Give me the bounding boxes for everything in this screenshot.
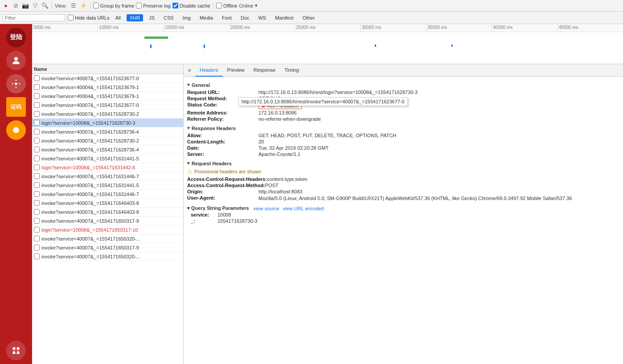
filter-media-btn[interactable]: Media — [197, 14, 216, 21]
offline-checkbox[interactable]: Offline — [216, 3, 238, 8]
request-row[interactable]: invoke?service=40007&_=1554171631441-5 — [32, 181, 183, 190]
request-row-checkbox[interactable] — [34, 254, 40, 259]
request-row-checkbox[interactable] — [34, 200, 40, 206]
filter-font-btn[interactable]: Font — [219, 14, 235, 21]
response-headers-section[interactable]: Response Headers — [187, 125, 619, 131]
request-row[interactable]: invoke?service=40007&_=1554171628736-4 — [32, 127, 183, 136]
record-icon[interactable]: ● — [2, 2, 10, 10]
request-row[interactable]: invoke?service=40007&_=1554171631446-7 — [32, 172, 183, 181]
request-row-checkbox[interactable] — [34, 155, 40, 161]
tab-headers[interactable]: Headers — [195, 64, 223, 77]
allow-value: GET, HEAD, POST, PUT, DELETE, TRACE, OPT… — [258, 133, 396, 138]
tab-timing[interactable]: Timing — [280, 64, 303, 77]
request-row[interactable]: invoke?service=40007&_=1554171631446-7 — [32, 190, 183, 199]
request-row-checkbox[interactable] — [34, 129, 40, 135]
request-row-name: invoke?service=40007&_=1554171646403-8 — [41, 200, 139, 206]
request-row[interactable]: invoke?service=40007&_=1554171650320-... — [32, 252, 183, 261]
network-panel: 5000 ms 10000 ms 15000 ms 20000 ms 25000… — [32, 24, 623, 364]
request-list: Name invoke?service=40007&_=155417162367… — [32, 64, 184, 364]
request-row[interactable]: invoke?service=40007&_=1554171650317-9 — [32, 217, 183, 225]
filter-css-btn[interactable]: CSS — [160, 14, 177, 21]
filter-ws-btn[interactable]: WS — [255, 14, 269, 21]
hide-data-urls-checkbox[interactable]: Hide data URLs — [68, 15, 110, 20]
app-avatar[interactable]: 登陆 — [6, 28, 26, 47]
request-row[interactable]: invoke?service=40007&_=1554171623677-0 — [32, 74, 183, 83]
request-row-checkbox[interactable] — [34, 191, 40, 197]
group-by-frame-checkbox[interactable]: Group by frame — [93, 3, 134, 8]
filter-input[interactable] — [3, 14, 65, 21]
request-row-checkbox[interactable] — [34, 164, 40, 170]
preserve-log-checkbox[interactable]: Preserve log — [136, 3, 171, 8]
request-row[interactable]: invoke?service=40007&_=1554171631441-5 — [32, 154, 183, 163]
request-row-checkbox[interactable] — [34, 111, 40, 117]
request-row[interactable]: invoke?service=40007&_=1554171628736-4 — [32, 145, 183, 154]
request-row[interactable]: invoke?service=40004&_=1554171623679-1 — [32, 83, 183, 92]
acr-headers-row: Access-Control-Request-Headers: content-… — [187, 176, 619, 182]
filter-other-btn[interactable]: Other — [299, 14, 318, 21]
general-section-header[interactable]: General — [187, 82, 619, 88]
request-row[interactable]: login?service=10008&_=1554171628730-3 — [32, 119, 183, 127]
tab-preview[interactable]: Preview — [223, 64, 249, 77]
request-row-checkbox[interactable] — [34, 209, 40, 215]
list-view-icon[interactable]: ☰ — [70, 2, 78, 10]
request-row-name: invoke?service=40007&_=1554171631441-5 — [41, 156, 139, 161]
filter-manifest-btn[interactable]: Manifest — [272, 14, 297, 21]
app-orange-circle[interactable] — [6, 120, 26, 140]
acr-method-value: POST — [265, 183, 279, 188]
request-row-checkbox[interactable] — [34, 120, 40, 126]
request-row-checkbox[interactable] — [34, 182, 40, 188]
filter-icon[interactable]: ▽ — [31, 2, 39, 10]
filter-xhr-btn[interactable]: XHR — [127, 14, 143, 21]
request-row-checkbox[interactable] — [34, 227, 40, 233]
qs-underscore-value: 1554171628730-3 — [217, 218, 257, 224]
camera-icon[interactable]: 📷 — [21, 2, 29, 10]
svg-point-2 — [13, 127, 19, 133]
request-row[interactable]: invoke?service=40007&_=1554171623677-0 — [32, 101, 183, 110]
network-dropdown-icon[interactable]: ▾ — [255, 3, 258, 8]
separator-1 — [52, 2, 52, 9]
request-row[interactable]: invoke?service=40007&_=1554171646403-8 — [32, 199, 183, 208]
app-icon-1[interactable] — [6, 51, 26, 70]
request-method-value: OPTIONS — [258, 96, 281, 101]
request-row-checkbox[interactable] — [34, 75, 40, 81]
detail-content: General Request URL: http://172.16.0.13:… — [184, 77, 623, 364]
disable-cache-checkbox[interactable]: Disable cache — [172, 3, 210, 8]
waterfall-view-icon[interactable]: ⚡ — [79, 2, 87, 10]
request-row-checkbox[interactable] — [34, 147, 40, 152]
request-row[interactable]: invoke?service=40007&_=1554171628730-2 — [32, 110, 183, 119]
stop-icon[interactable]: ⊘ — [12, 2, 20, 10]
tick-4: 20000 ms — [229, 24, 295, 32]
request-items-container: invoke?service=40007&_=1554171623677-0in… — [32, 74, 183, 261]
search-icon[interactable]: 🔍 — [41, 2, 49, 10]
request-row-checkbox[interactable] — [34, 102, 40, 108]
app-bottom-icon[interactable] — [6, 341, 26, 360]
filter-js-btn[interactable]: JS — [146, 14, 158, 21]
status-code-row: Status Code: 403 Forbidden — [187, 102, 619, 109]
request-row[interactable]: login?service=10008&_=1554171650317-10 — [32, 225, 183, 234]
request-row[interactable]: invoke?service=40007&_=1554171628730-2 — [32, 136, 183, 145]
qs-section-header[interactable]: ▾ Query String Parameters — [187, 205, 249, 211]
allow-label: Allow: — [187, 133, 258, 138]
filter-all-btn[interactable]: All — [112, 14, 124, 21]
request-row[interactable]: invoke?service=40007&_=1554171650317-9 — [32, 243, 183, 252]
request-row[interactable]: login?service=10008&_=1554171631442-6 — [32, 163, 183, 172]
app-badge-icon[interactable]: 证码 — [6, 97, 26, 117]
request-headers-section[interactable]: Request Headers — [187, 160, 619, 166]
request-row-checkbox[interactable] — [34, 84, 40, 90]
app-icon-2[interactable] — [6, 74, 26, 94]
view-source-link[interactable]: view source — [254, 206, 279, 211]
request-row[interactable]: invoke?service=40004&_=1554171623679-1 — [32, 92, 183, 101]
request-row[interactable]: invoke?service=40007&_=1554171646403-8 — [32, 208, 183, 217]
request-row-checkbox[interactable] — [34, 93, 40, 99]
request-row-checkbox[interactable] — [34, 138, 40, 143]
request-row[interactable]: invoke?service=40007&_=1554171650320-... — [32, 234, 183, 243]
request-row-checkbox[interactable] — [34, 245, 40, 250]
request-row-checkbox[interactable] — [34, 218, 40, 224]
detail-close-btn[interactable]: × — [185, 66, 193, 74]
request-row-checkbox[interactable] — [34, 236, 40, 241]
request-row-checkbox[interactable] — [34, 173, 40, 179]
filter-img-btn[interactable]: Img — [180, 14, 194, 21]
view-url-encoded-link[interactable]: view URL encoded — [283, 206, 324, 211]
filter-doc-btn[interactable]: Doc — [238, 14, 253, 21]
tab-response[interactable]: Response — [249, 64, 280, 77]
